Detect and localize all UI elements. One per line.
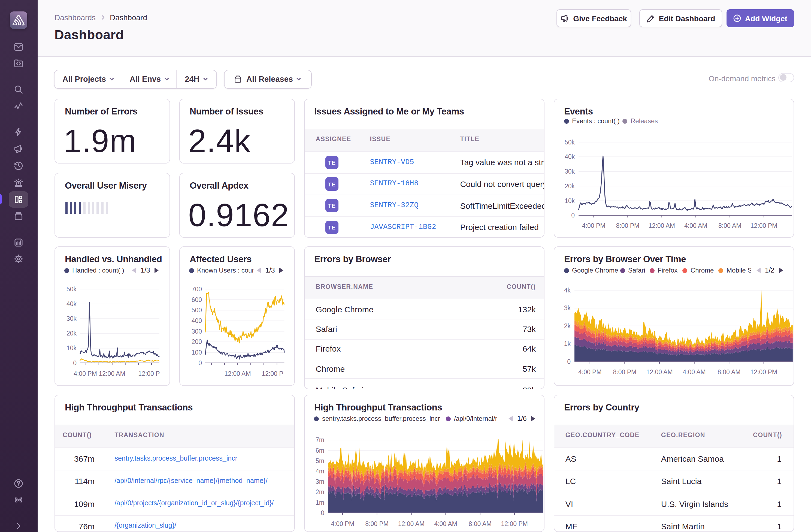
svg-text:200: 200 (192, 338, 202, 345)
svg-text:4m: 4m (315, 468, 324, 475)
svg-text:4:00 PM: 4:00 PM (578, 368, 602, 376)
svg-text:3k: 3k (564, 304, 571, 311)
svg-text:4:00 AM: 4:00 AM (434, 520, 457, 527)
svg-text:4:00 PM: 4:00 PM (582, 222, 606, 229)
svg-text:50k: 50k (66, 286, 77, 293)
svg-text:600: 600 (192, 296, 202, 303)
svg-text:0: 0 (320, 510, 324, 516)
svg-text:5m: 5m (315, 457, 324, 465)
svg-text:12:00 AM: 12:00 AM (398, 520, 424, 527)
svg-text:8:00 AM: 8:00 AM (469, 520, 491, 527)
svg-text:20k: 20k (565, 183, 575, 190)
svg-text:30k: 30k (66, 315, 77, 322)
svg-text:12:00 P: 12:00 P (138, 370, 160, 377)
svg-text:12:00 AM: 12:00 AM (99, 370, 125, 377)
svg-text:12:00 PM: 12:00 PM (750, 368, 777, 376)
svg-text:8:00 AM: 8:00 AM (718, 222, 741, 229)
svg-text:12:00 AM: 12:00 AM (648, 222, 675, 229)
svg-text:0: 0 (567, 358, 571, 365)
svg-text:0: 0 (198, 360, 202, 367)
svg-text:12:00 P: 12:00 P (262, 370, 283, 377)
svg-text:12:00 AM: 12:00 AM (224, 370, 251, 377)
svg-text:4:00 AM: 4:00 AM (683, 368, 706, 376)
svg-text:8:00 PM: 8:00 PM (616, 222, 640, 229)
svg-text:6m: 6m (315, 447, 324, 454)
svg-text:40k: 40k (66, 300, 77, 307)
svg-text:1k: 1k (564, 340, 571, 347)
svg-text:50k: 50k (565, 139, 575, 146)
svg-text:0: 0 (73, 360, 77, 367)
svg-text:30k: 30k (565, 168, 575, 175)
svg-text:2m: 2m (315, 488, 324, 496)
svg-text:0: 0 (571, 212, 575, 219)
svg-text:4:00 PM: 4:00 PM (331, 520, 354, 527)
svg-text:12:00 AM: 12:00 AM (646, 368, 673, 376)
svg-text:40k: 40k (565, 153, 575, 160)
svg-text:700: 700 (192, 286, 202, 293)
svg-text:3m: 3m (315, 478, 324, 485)
svg-text:10k: 10k (565, 197, 575, 204)
svg-text:1m: 1m (315, 499, 324, 506)
svg-text:12:00 PM: 12:00 PM (501, 520, 527, 527)
svg-text:300: 300 (192, 328, 202, 335)
svg-text:8:00 PM: 8:00 PM (613, 368, 637, 376)
svg-text:4:00 AM: 4:00 AM (684, 222, 707, 229)
svg-text:10k: 10k (66, 345, 77, 352)
svg-text:8:00 PM: 8:00 PM (365, 520, 388, 527)
svg-text:20k: 20k (66, 330, 77, 337)
svg-text:500: 500 (192, 307, 202, 314)
svg-text:2k: 2k (564, 322, 571, 330)
svg-text:8:00 AM: 8:00 AM (718, 368, 740, 376)
svg-text:4:00 PM: 4:00 PM (74, 370, 97, 377)
svg-text:4k: 4k (564, 287, 571, 294)
svg-text:7m: 7m (315, 436, 324, 443)
svg-text:100: 100 (192, 349, 202, 356)
svg-text:12:00 PM: 12:00 PM (750, 222, 777, 229)
svg-text:400: 400 (192, 317, 202, 324)
